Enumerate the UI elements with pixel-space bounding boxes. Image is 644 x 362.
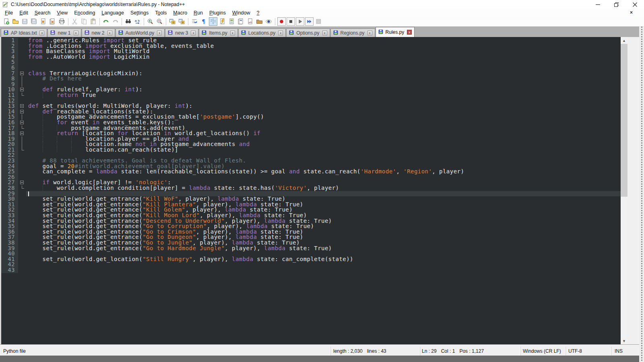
fold-collapse-icon[interactable] [18,71,26,76]
status-eol-format[interactable]: Windows (CR LF) [521,347,566,356]
fold-collapse-icon[interactable] [18,109,26,115]
sync-horizontal-icon[interactable] [178,17,186,26]
print-icon[interactable] [58,17,66,26]
sync-vertical-icon[interactable] [168,17,177,26]
line-number[interactable]: 7 [1,71,18,76]
line-number[interactable]: 2 [1,43,18,49]
tab-close-icon[interactable]: x [367,31,372,35]
tab-locations-py[interactable]: Locations.pyx [238,29,286,37]
macro-play-icon[interactable] [296,17,304,26]
tab-close-icon[interactable]: x [278,31,283,35]
tab-new-2[interactable]: new 2x [82,29,115,37]
paste-icon[interactable] [89,17,97,26]
close-all-icon[interactable] [48,17,57,26]
close-file-icon[interactable] [39,17,47,26]
redo-icon[interactable] [111,17,120,26]
copy-icon[interactable] [80,17,88,26]
menu-file[interactable]: File [2,9,16,16]
zoom-out-icon[interactable] [155,17,164,26]
minimize-button[interactable] [588,0,607,9]
line-number[interactable]: 6 [1,65,18,71]
cut-icon[interactable] [70,17,79,26]
macro-record-icon[interactable] [277,17,286,26]
word-wrap-icon[interactable] [190,17,199,26]
tab-regions-py[interactable]: Regions.pyx [330,29,375,37]
scroll-up-icon[interactable]: ▲ [621,37,627,44]
new-file-icon[interactable] [2,17,10,26]
macro-stop-icon[interactable] [287,17,295,26]
menu-encoding[interactable]: Encoding [71,9,98,16]
tab-close-icon[interactable]: x [107,31,112,35]
vertical-scrollbar[interactable]: ▲ ▼ [621,37,627,344]
code-text[interactable]: def rule(self, player: int): [26,87,621,93]
tab-close-icon[interactable]: x [39,31,44,35]
code-text[interactable]: set_rule(world.get_location("Still Hungr… [26,257,621,262]
line-number[interactable]: 8 [1,76,18,82]
close-button[interactable] [625,0,644,9]
macro-save-icon[interactable] [314,17,323,26]
code-text[interactable] [26,60,621,65]
line-number[interactable]: 1 [1,38,18,43]
code-text[interactable] [26,267,621,273]
undo-icon[interactable] [102,17,110,26]
menu-search[interactable]: Search [31,9,54,16]
tab-close-icon[interactable]: x [230,31,235,35]
menu-edit[interactable]: Edit [16,9,31,16]
macro-run-multiple-icon[interactable] [305,17,314,26]
menu-window[interactable]: Window [229,9,253,16]
code-text[interactable]: world.completion_condition[player] = lam… [26,185,621,191]
tab-close-icon[interactable]: x [157,31,162,35]
save-icon[interactable] [21,17,29,26]
zoom-in-icon[interactable] [146,17,155,26]
code-text[interactable]: class TerrariaLogic(LogicMixin): [26,71,621,76]
code-text[interactable]: # Defs here [26,76,621,82]
find-icon[interactable] [124,17,132,26]
code-area[interactable]: 1from ..generic.Rules import set_rule2fr… [1,37,621,344]
doc-close-icon[interactable]: × [630,10,633,15]
fold-collapse-icon[interactable] [18,120,26,125]
menu-run[interactable]: Run [190,9,206,16]
menu-macro[interactable]: Macro [170,9,190,16]
tab-close-icon[interactable]: x [191,31,196,35]
menu-plugins[interactable]: Plugins [206,9,229,16]
scrollbar-track[interactable] [621,44,627,337]
tab-items-py[interactable]: Items.pyx [199,29,237,37]
code-text[interactable]: return True [26,93,621,98]
scroll-down-icon[interactable]: ▼ [621,337,627,344]
view-current-file-icon[interactable] [264,17,273,26]
tab-ap-ideas-txt[interactable]: AP Ideas.txtx [1,29,47,37]
tab-close-icon[interactable]: x [74,31,78,35]
indent-guide-icon[interactable] [209,17,217,26]
replace-icon[interactable]: ab [133,17,142,26]
status-encoding[interactable]: UTF-8 [566,347,611,356]
tab-new-3[interactable]: new 3x [165,29,198,37]
fold-collapse-icon[interactable] [18,103,26,109]
menu-settings[interactable]: Settings [127,9,152,16]
document-switcher-icon[interactable] [237,17,245,26]
restore-button[interactable] [607,0,625,9]
fold-collapse-icon[interactable] [18,87,26,93]
open-folder-icon[interactable] [11,17,20,26]
menu-tools[interactable]: Tools [152,9,170,16]
code-text[interactable]: location.can_reach(state)] [26,147,621,153]
tab-new-1[interactable]: new 1x [47,29,81,37]
scrollbar-thumb[interactable] [621,44,627,197]
editor[interactable]: 1from ..generic.Rules import set_rule2fr… [0,37,644,344]
tab-options-py[interactable]: Options.pyx [286,29,330,37]
code-text[interactable]: can_complete = lambda state: len(reachab… [26,169,621,175]
code-text[interactable]: from ..AutoWorld import LogicMixin [26,54,621,60]
menu-?[interactable]: ? [254,9,263,16]
tab-close-icon[interactable]: x [407,30,412,35]
function-list-icon[interactable] [218,17,227,26]
function-signature-icon[interactable] [246,17,254,26]
tab-close-icon[interactable]: x [322,31,327,35]
line-number[interactable]: 5 [1,60,18,65]
line-number[interactable]: 43 [1,267,18,273]
menu-language[interactable]: Language [98,9,127,16]
line-number[interactable]: 4 [1,54,18,60]
fold-collapse-icon[interactable] [18,180,26,185]
fold-collapse-icon[interactable] [18,131,26,136]
code-text[interactable]: set_rule(world.get_entrance("Go to Hardm… [26,246,621,251]
folder-as-workspace-icon[interactable] [255,17,264,26]
document-map-icon[interactable] [227,17,236,26]
